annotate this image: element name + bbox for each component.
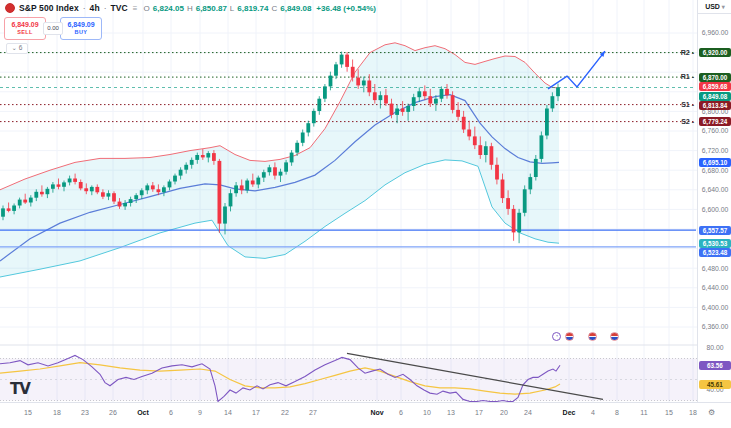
ohlc-value: 6,850.87 bbox=[196, 4, 227, 13]
legend-collapse-toggle[interactable]: ⌄ 6 bbox=[6, 43, 28, 54]
tradingview-watermark-logo: TV bbox=[10, 380, 30, 398]
exchange-label: TVC bbox=[111, 3, 128, 13]
time-label: 18 bbox=[689, 409, 697, 416]
ohlc-label: H bbox=[187, 4, 193, 13]
time-label: 18 bbox=[53, 409, 61, 416]
time-label: 9 bbox=[198, 409, 202, 416]
time-label: 17 bbox=[252, 409, 260, 416]
ohlc-value: 6,824.05 bbox=[153, 4, 184, 13]
interval-label[interactable]: 4h bbox=[90, 3, 100, 13]
ohlc-label: L bbox=[230, 4, 234, 13]
symbol-legend: S&P 500 Index · 4h · TVC ≡ O6,824.05H6,8… bbox=[5, 3, 376, 13]
time-label: 22 bbox=[281, 409, 289, 416]
sell-price: 6,849.09 bbox=[5, 20, 45, 29]
pivot-label: R1 - bbox=[674, 73, 694, 80]
legend-menu-icon[interactable]: ≡ bbox=[133, 4, 138, 13]
flag-event-icon[interactable] bbox=[610, 332, 619, 341]
ohlc-value: 6,819.74 bbox=[237, 4, 268, 13]
time-label: 26 bbox=[109, 409, 117, 416]
time-label: 10 bbox=[423, 409, 431, 416]
price-badge: 6,695.10 bbox=[699, 158, 731, 167]
price-tick-label: 6,720.00 bbox=[698, 147, 731, 154]
time-label: 20 bbox=[500, 409, 508, 416]
price-tick-label: 6,400.00 bbox=[698, 304, 731, 311]
gear-icon[interactable]: ⚙ bbox=[708, 408, 715, 417]
chevron-down-icon: ▾ bbox=[722, 4, 725, 10]
time-label: 11 bbox=[640, 409, 647, 416]
price-badge: 6,870.00 bbox=[699, 73, 731, 82]
price-badge: 6,859.68 bbox=[699, 82, 731, 91]
time-label: 17 bbox=[475, 409, 483, 416]
time-axis[interactable]: ⚙ 15182326Oct6914172227Nov61013172024Dec… bbox=[0, 402, 731, 428]
time-label: Dec bbox=[563, 409, 576, 416]
time-label: Nov bbox=[370, 409, 383, 416]
ohlc-label: O bbox=[144, 4, 150, 13]
buy-button[interactable]: 6,849.09 BUY bbox=[60, 17, 102, 40]
time-label: 6 bbox=[169, 409, 173, 416]
chart-canvas[interactable] bbox=[0, 0, 731, 428]
time-label: 4 bbox=[591, 409, 595, 416]
symbol-title[interactable]: S&P 500 Index bbox=[19, 3, 79, 13]
price-badge: 6,557.57 bbox=[699, 226, 731, 235]
price-tick-label: 6,760.00 bbox=[698, 127, 731, 134]
time-label: 15 bbox=[665, 409, 673, 416]
price-scale[interactable]: USD ▾ 6,960.006,800.006,760.006,720.006,… bbox=[697, 0, 731, 402]
ohlc-label: C bbox=[271, 4, 277, 13]
time-label: 14 bbox=[224, 409, 232, 416]
time-label: 23 bbox=[81, 409, 89, 416]
symbol-logo-icon bbox=[5, 3, 15, 13]
price-badge: 6,920.00 bbox=[699, 48, 731, 57]
ohlc-values: O6,824.05H6,850.87L6,819.74C6,849.08 bbox=[144, 4, 312, 13]
pivot-label: R2 - bbox=[674, 49, 694, 56]
price-tick-label: 6,440.00 bbox=[698, 284, 731, 291]
price-badge: 6,849.08 bbox=[699, 92, 731, 101]
trade-panel: 6,849.09 SELL 0.00 6,849.09 BUY bbox=[4, 17, 102, 40]
price-badge: 6,813.84 bbox=[699, 101, 731, 110]
time-label: 13 bbox=[447, 409, 455, 416]
price-badge: 6,523.48 bbox=[699, 248, 731, 257]
time-label: 6 bbox=[399, 409, 403, 416]
flag-event-icon[interactable] bbox=[565, 332, 574, 341]
price-tick-label: 6,640.00 bbox=[698, 186, 731, 193]
time-label: 15 bbox=[24, 409, 32, 416]
pivot-label: S2 - bbox=[674, 118, 694, 125]
flag-event-icon[interactable] bbox=[588, 332, 597, 341]
time-label: Oct bbox=[137, 409, 149, 416]
sell-button[interactable]: 6,849.09 SELL bbox=[4, 17, 46, 40]
price-tick-label: 6,600.00 bbox=[698, 206, 731, 213]
trading-chart-window: S&P 500 Index · 4h · TVC ≡ O6,824.05H6,8… bbox=[0, 0, 731, 428]
rsi-badge: 63.56 bbox=[699, 361, 731, 370]
buy-price: 6,849.09 bbox=[61, 20, 101, 29]
price-badge: 6,530.53 bbox=[699, 239, 731, 248]
price-tick-label: 6,680.00 bbox=[698, 167, 731, 174]
time-label: 27 bbox=[309, 409, 317, 416]
time-label: 24 bbox=[524, 409, 532, 416]
rsi-badge: 45.61 bbox=[699, 380, 731, 389]
chevron-down-icon: ⌄ bbox=[12, 44, 17, 51]
currency-selector[interactable]: USD ▾ bbox=[698, 0, 731, 14]
price-tick-label: 6,360.00 bbox=[698, 323, 731, 330]
price-tick-label: 6,960.00 bbox=[698, 29, 731, 36]
economic-event-icon[interactable]: ◔ bbox=[552, 332, 561, 341]
price-tick-label: 6,480.00 bbox=[698, 265, 731, 272]
price-badge: 6,779.24 bbox=[699, 117, 731, 126]
time-label: 8 bbox=[615, 409, 619, 416]
ohlc-value: 6,849.08 bbox=[280, 4, 311, 13]
rsi-tick-label: 80.00 bbox=[698, 344, 731, 351]
change-value: +36.48 (+0.54%) bbox=[316, 4, 376, 13]
spread-value: 0.00 bbox=[43, 22, 63, 35]
pivot-label: S1 - bbox=[674, 101, 694, 108]
